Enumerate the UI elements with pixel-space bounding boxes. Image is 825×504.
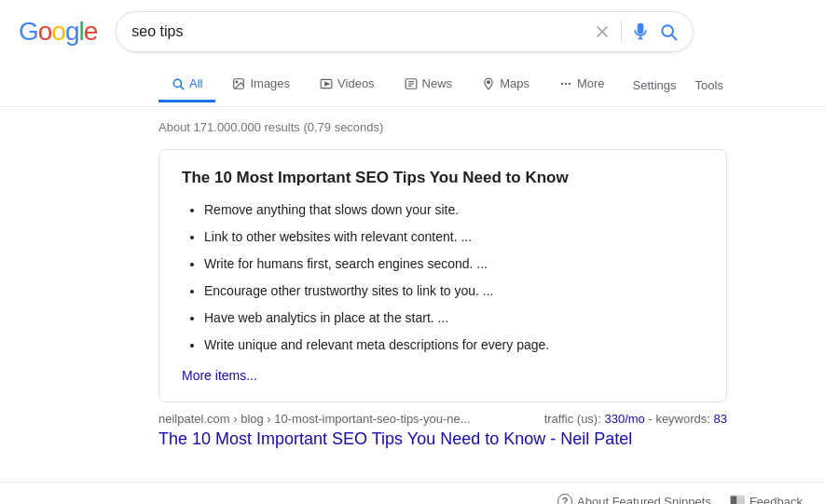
search-result: neilpatel.com › blog › 10-most-important… — [158, 412, 727, 450]
logo-o1: o — [38, 17, 52, 46]
header: Google — [0, 0, 825, 63]
news-tab-icon — [405, 77, 418, 90]
settings-button[interactable]: Settings — [626, 69, 684, 102]
svg-point-9 — [237, 81, 239, 83]
snippet-list: Remove anything that slows down your sit… — [182, 200, 704, 355]
search-tab-icon — [172, 77, 185, 90]
google-logo[interactable]: Google — [19, 17, 97, 47]
logo-g: G — [19, 17, 38, 46]
snippet-title: The 10 Most Important SEO Tips You Need … — [182, 169, 704, 187]
tab-news[interactable]: News — [392, 67, 466, 102]
keywords-value-link[interactable]: 83 — [714, 412, 727, 426]
tab-more-label: More — [577, 76, 605, 90]
help-icon: ? — [557, 494, 572, 504]
tab-images[interactable]: Images — [219, 67, 303, 102]
tab-all-label: All — [189, 76, 202, 90]
search-submit-button[interactable] — [659, 22, 678, 41]
tab-videos-label: Videos — [337, 76, 375, 90]
search-bar-divider — [621, 20, 622, 43]
list-item: Write unique and relevant meta descripti… — [204, 335, 704, 355]
tab-maps[interactable]: Maps — [469, 67, 543, 102]
svg-line-7 — [181, 86, 184, 89]
feedback-label: Feedback — [749, 495, 803, 504]
more-items-link[interactable]: More items... — [182, 368, 257, 383]
traffic-label: traffic (us): — [544, 412, 601, 426]
maps-tab-icon — [482, 77, 495, 90]
search-input[interactable] — [131, 23, 584, 40]
result-url-line: neilpatel.com › blog › 10-most-important… — [158, 412, 727, 426]
featured-snippet: The 10 Most Important SEO Tips You Need … — [158, 149, 727, 402]
tab-maps-label: Maps — [500, 76, 529, 90]
tab-all[interactable]: All — [158, 67, 215, 102]
svg-point-18 — [565, 82, 567, 84]
result-url: neilpatel.com › blog › 10-most-important… — [158, 412, 471, 426]
list-item: Link to other websites with relevant con… — [204, 227, 704, 247]
keywords-label: - keywords: — [648, 412, 709, 426]
svg-point-16 — [488, 80, 490, 83]
tab-videos[interactable]: Videos — [307, 67, 388, 102]
more-tab-icon — [559, 77, 572, 90]
about-featured-snippets-button[interactable]: ? About Featured Snippets — [557, 494, 711, 504]
logo-e: e — [84, 17, 98, 46]
list-item: Remove anything that slows down your sit… — [204, 200, 704, 220]
search-bar-wrapper — [116, 11, 694, 52]
search-bar — [116, 11, 694, 52]
result-title-link[interactable]: The 10 Most Important SEO Tips You Need … — [158, 429, 727, 450]
tools-button[interactable]: Tools — [688, 69, 731, 102]
tab-images-label: Images — [250, 76, 290, 90]
svg-marker-11 — [325, 82, 329, 86]
feedback-button[interactable]: Feedback — [730, 495, 803, 504]
nav-tabs: All Images Videos — [0, 63, 825, 107]
images-tab-icon — [232, 77, 245, 90]
about-snippets-label: About Featured Snippets — [577, 495, 711, 504]
svg-line-5 — [672, 35, 677, 40]
voice-search-button[interactable] — [631, 22, 650, 41]
videos-tab-icon — [320, 77, 333, 90]
list-item: Write for humans first, search engines s… — [204, 254, 704, 274]
logo-g2: g — [65, 17, 79, 46]
tab-news-label: News — [422, 76, 453, 90]
svg-point-19 — [569, 82, 571, 84]
results-count: About 171.000.000 results (0,79 seconds) — [158, 120, 825, 134]
clear-search-button[interactable] — [593, 22, 612, 41]
tab-more[interactable]: More — [546, 67, 618, 102]
svg-point-17 — [561, 82, 563, 84]
results-area: About 171.000.000 results (0,79 seconds)… — [0, 107, 825, 463]
flag-icon — [730, 495, 745, 504]
traffic-value-link[interactable]: 330/mo — [604, 412, 644, 426]
logo-o2: o — [51, 17, 65, 46]
svg-rect-21 — [731, 497, 736, 504]
list-item: Encourage other trustworthy sites to lin… — [204, 281, 704, 301]
list-item: Have web analytics in place at the start… — [204, 308, 704, 328]
result-traffic: traffic (us): 330/mo - keywords: 83 — [544, 412, 727, 426]
footer: ? About Featured Snippets Feedback — [0, 482, 825, 504]
